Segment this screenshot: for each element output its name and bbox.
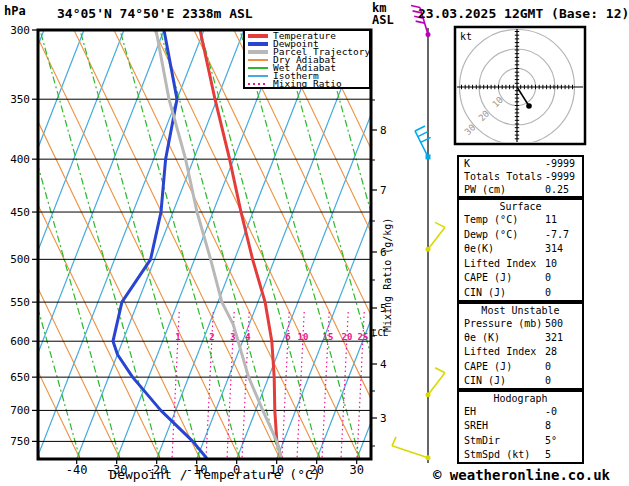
legend-swatch-dotted [248,83,268,85]
km-tick-label: 8 [380,124,387,137]
dry-adiabat-line [114,30,320,459]
stats-panel-hodograph: HodographEH-0SREH8StmDir5°StmSpd (kt)5 [457,390,584,464]
chart-title: 34°05'N 74°50'E 2338m ASL [57,6,253,21]
wind-barb-tick [435,368,445,373]
wind-barb-tick [435,222,445,227]
stat-label: CIN (J) [464,286,545,301]
footer-credit: © weatheronline.co.uk [433,467,610,483]
stat-value: 8 [545,419,580,433]
stat-row: CAPE (J)0 [459,360,582,374]
panel-title: Most Unstable [459,304,582,317]
stat-value: 11 [545,213,580,228]
x-axis-label: Dewpoint / Temperature (°C) [109,467,320,482]
stat-label: CAPE (J) [464,271,545,286]
stat-row: CIN (J)0 [459,374,582,388]
panel-title: Hodograph [459,392,582,405]
dry-adiabat-line [274,30,480,459]
legend-swatch-thick [248,42,268,46]
stat-label: Temp (°C) [464,213,545,228]
mixing-ratio-value-label: 1 [175,332,180,342]
wind-barb-tick [421,137,431,142]
stat-label: EH [464,405,545,419]
km-tick-label: 7 [380,184,387,197]
wet-adiabat-line [200,30,320,459]
km-tick-label: 4 [380,358,387,371]
wet-adiabat-line [120,30,240,459]
wind-barb-tick [392,437,396,446]
stat-row: Pressure (mb)500 [459,317,582,331]
stat-label: Pressure (mb) [464,317,545,331]
sounding-app: 300350400450500550600650700750 123461015… [0,0,629,486]
datetime-label: 23.03.2025 12GMT (Base: 12) [418,6,629,21]
pressure-tick-label: 550 [10,296,30,309]
legend-item-label: Mixing Ratio [273,80,342,88]
wet-adiabat-line [320,30,440,459]
wind-barb-tick [416,21,425,23]
pressure-tick-label: 450 [10,206,30,219]
dry-adiabat-line [34,30,240,459]
wind-barb-shaft [392,446,428,458]
legend-swatch-thin [248,59,268,61]
dry-adiabat-line [194,30,400,459]
temp-tick-label: 30 [349,463,363,477]
hodograph-trace-dot [526,103,532,109]
altitude-unit-label: km ASL [372,2,394,26]
stat-value: 28 [545,345,580,359]
wet-adiabat-line [160,30,280,459]
stat-label: θe (K) [464,331,545,345]
stat-label: PW (cm) [464,183,545,196]
stat-row: StmDir5° [459,434,582,448]
stat-row: θe (K)321 [459,331,582,345]
stat-row: PW (cm)0.25 [459,183,582,196]
stat-row: Dewp (°C)-7.7 [459,228,582,243]
stat-row: Lifted Index10 [459,257,582,272]
dry-adiabat-line [0,30,200,459]
wind-barb [392,437,431,461]
stat-value: -9999 [545,157,580,170]
mixing-ratio-value-label: 2 [209,332,214,342]
altitude-unit-asl: ASL [372,14,394,26]
wet-adiabat-line [600,30,629,459]
stat-value: -9999 [545,170,580,183]
mixing-ratio-value-label: 6 [285,332,290,342]
stat-value: 500 [545,317,580,331]
stat-label: CIN (J) [464,374,545,388]
stat-label: Totals Totals [464,170,545,183]
stat-value: 0 [545,271,580,286]
legend-swatch-thick [248,34,268,38]
stat-row: CIN (J)0 [459,286,582,301]
stat-label: StmSpd (kt) [464,448,545,462]
stats-panel-surface: SurfaceTemp (°C)11Dewp (°C)-7.7θe(K)314L… [457,198,584,302]
stat-label: K [464,157,545,170]
stat-row: StmSpd (kt)5 [459,448,582,462]
stat-row: Lifted Index28 [459,345,582,359]
dry-adiabat-line [594,30,629,459]
stat-row: Temp (°C)11 [459,213,582,228]
chart-legend: TemperatureDewpointParcel TrajectoryDry … [243,29,371,89]
mixing-ratio-value-label: 10 [298,332,309,342]
wet-adiabat-line [40,30,160,459]
pressure-tick-label: 750 [10,435,30,448]
stat-row: K-9999 [459,157,582,170]
legend-item: Mixing Ratio [248,80,369,88]
pressure-tick-label: 400 [10,153,30,166]
stat-value: 5° [545,434,580,448]
pressure-tick-label: 600 [10,335,30,348]
pressure-tick-label: 650 [10,371,30,384]
mixing-ratio-value-label: 20 [342,332,353,342]
wind-barb-tick [418,132,428,137]
pressure-tick-label: 300 [10,24,30,37]
temp-tick-label: -40 [66,463,88,477]
mixing-ratio-axis-label: Mixing Ratio (g/kg) [382,218,393,332]
stat-value: 314 [545,242,580,257]
stat-label: Dewp (°C) [464,228,545,243]
stat-row: Totals Totals-9999 [459,170,582,183]
stat-value: 0.25 [545,183,580,196]
km-tick-label: 3 [380,412,387,425]
stat-label: SREH [464,419,545,433]
mixing-ratio-value-label: 4 [245,332,251,342]
mixing-ratio-lines [172,312,364,459]
pressure-tick-label: 350 [10,93,30,106]
stat-label: Lifted Index [464,257,545,272]
stat-row: CAPE (J)0 [459,271,582,286]
